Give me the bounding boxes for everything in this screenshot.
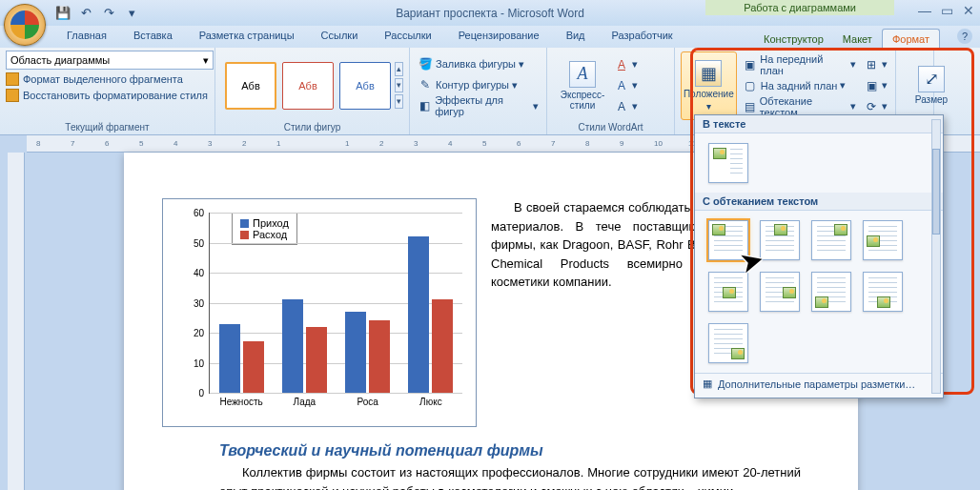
group-button[interactable]: ▣▾ (862, 76, 889, 95)
reset-style-button[interactable]: Восстановить форматирование стиля (6, 89, 209, 102)
position-top-right[interactable] (811, 220, 851, 260)
group-current-fragment: Область диаграммы ▾ Формат выделенного ф… (0, 48, 215, 134)
text-fill-button[interactable]: A▾ (612, 55, 640, 74)
position-bot-right[interactable] (708, 323, 748, 363)
format-selection-button[interactable]: Формат выделенного фрагмента (6, 72, 209, 86)
chart-plot-area: 0102030405060НежностьЛадаРосаЛюкс (209, 213, 462, 394)
style-thumb-3[interactable]: Абв (339, 62, 391, 110)
format-selection-icon (6, 72, 19, 86)
tab-references[interactable]: Ссылки (308, 26, 372, 48)
tab-chart-design[interactable]: Конструктор (754, 30, 833, 48)
title-bar: 💾 ↶ ↷ ▾ Вариант проспекта - Microsoft Wo… (0, 0, 980, 26)
rotate-icon: ⟳ (864, 99, 879, 114)
undo-icon[interactable]: ↶ (76, 4, 95, 23)
chevron-down-icon: ▾ (203, 54, 209, 67)
bring-front-icon: ▣ (743, 57, 758, 72)
text-wrap-icon: ▤ (743, 99, 757, 114)
position-top-center[interactable] (760, 220, 800, 260)
pen-icon: ✎ (418, 77, 433, 92)
position-inline[interactable] (708, 143, 748, 183)
text-fill-icon: A (614, 57, 629, 72)
shape-outline-button[interactable]: ✎Контур фигуры▾ (416, 75, 541, 94)
tab-page-layout[interactable]: Разметка страницы (186, 26, 308, 48)
group-label-styles: Стили фигур (221, 120, 403, 133)
close-button[interactable]: ✕ (963, 3, 974, 18)
group-shape-format: 🪣Заливка фигуры▾ ✎Контур фигуры▾ ◧Эффект… (410, 48, 547, 134)
bring-front-button[interactable]: ▣На передний план ▾ (741, 55, 858, 74)
chevron-down-icon: ▾ (706, 101, 711, 112)
tab-insert[interactable]: Вставка (120, 26, 186, 48)
effects-icon: ◧ (418, 98, 432, 113)
position-top-left[interactable] (708, 220, 748, 260)
text-outline-button[interactable]: A▾ (612, 76, 640, 95)
shape-effects-button[interactable]: ◧Эффекты для фигур▾ (416, 96, 541, 115)
window-controls: — ▭ ✕ (918, 3, 974, 18)
reset-style-icon (6, 89, 19, 102)
qat-more-icon[interactable]: ▾ (122, 4, 141, 23)
position-mid-right[interactable] (760, 272, 800, 312)
gallery-scroll[interactable]: ▴▾▾ (395, 62, 403, 109)
position-bot-left[interactable] (811, 272, 851, 312)
text-effects-button[interactable]: A▾ (612, 97, 640, 116)
ribbon-tabs: Главная Вставка Разметка страницы Ссылки… (0, 26, 980, 48)
text-wrap-button[interactable]: ▤Обтекание текстом ▾ (741, 97, 858, 116)
group-icon: ▣ (864, 78, 879, 93)
send-back-button[interactable]: ▢На задний план ▾ (741, 76, 858, 95)
text-outline-icon: A (614, 78, 629, 93)
redo-icon[interactable]: ↷ (99, 4, 118, 23)
office-button[interactable] (4, 4, 46, 46)
style-thumb-2[interactable]: Абв (282, 62, 334, 110)
tab-developer[interactable]: Разработчик (599, 26, 686, 48)
shape-style-gallery[interactable]: Абв Абв Абв (221, 58, 395, 113)
save-icon[interactable]: 💾 (53, 4, 72, 23)
position-button[interactable]: ▦ Положение ▾ (681, 51, 737, 120)
contextual-tab-label: Работа с диаграммами (705, 0, 894, 15)
help-icon[interactable]: ? (957, 29, 972, 44)
chart-element-combo[interactable]: Область диаграммы ▾ (6, 51, 214, 70)
position-mid-left[interactable] (863, 220, 903, 260)
tab-home[interactable]: Главная (53, 26, 120, 48)
combo-value: Область диаграммы (10, 54, 110, 66)
chevron-down-icon: ▾ (533, 100, 539, 112)
body-paragraph-2: Коллектив фирмы состоит из настоящих про… (219, 463, 801, 490)
align-button[interactable]: ⊞▾ (862, 55, 889, 74)
minimize-button[interactable]: — (918, 3, 931, 18)
align-icon: ⊞ (864, 57, 879, 72)
position-dropdown: В тексте С обтеканием текстом ▦ Дополнит… (694, 114, 944, 398)
chevron-down-icon: ▾ (512, 79, 518, 92)
vertical-ruler[interactable] (8, 153, 25, 490)
position-section-inline: В тексте (695, 115, 943, 133)
tab-view[interactable]: Вид (553, 26, 599, 48)
style-thumb-1[interactable]: Абв (225, 62, 276, 110)
group-wordart-styles: A Экспресс-стили A▾ A▾ A▾ Стили WordArt (547, 48, 675, 134)
paint-bucket-icon: 🪣 (418, 56, 433, 71)
wordart-icon: A (569, 61, 596, 88)
heading-2: Творческий и научный потенциал фирмы (219, 442, 801, 459)
shape-fill-button[interactable]: 🪣Заливка фигуры▾ (416, 54, 541, 73)
size-icon: ⤢ (918, 66, 945, 92)
quick-access-toolbar: 💾 ↶ ↷ ▾ (53, 4, 141, 23)
position-icon: ▦ (695, 60, 722, 87)
quick-styles-button[interactable]: A Экспресс-стили (553, 51, 612, 120)
size-button[interactable]: ⤢ Размер (902, 51, 961, 119)
more-options-icon: ▦ (703, 378, 712, 390)
embedded-chart[interactable]: ПриходРасход 0102030405060НежностьЛадаРо… (162, 198, 477, 427)
tab-mailings[interactable]: Рассылки (371, 26, 444, 48)
send-back-icon: ▢ (743, 78, 758, 93)
tab-chart-format[interactable]: Формат (882, 29, 940, 48)
group-label-wordart: Стили WordArt (553, 120, 668, 133)
tab-chart-layout[interactable]: Макет (833, 30, 882, 48)
dropdown-scrollbar[interactable] (931, 119, 941, 394)
group-shape-styles: Абв Абв Абв ▴▾▾ Стили фигур (215, 48, 410, 134)
chevron-down-icon: ▾ (519, 58, 524, 71)
position-section-wrap: С обтеканием текстом (695, 193, 943, 211)
maximize-button[interactable]: ▭ (941, 3, 953, 18)
position-bot-center[interactable] (863, 272, 903, 312)
window-title: Вариант проспекта - Microsoft Word (396, 7, 584, 20)
text-effects-icon: A (614, 99, 629, 114)
position-mid-center[interactable] (708, 272, 748, 312)
position-more-options[interactable]: ▦ Дополнительные параметры разметки… (695, 373, 943, 394)
tab-review[interactable]: Рецензирование (445, 26, 553, 48)
rotate-button[interactable]: ⟳▾ (862, 97, 889, 116)
group-label-fragment: Текущий фрагмент (6, 120, 209, 133)
